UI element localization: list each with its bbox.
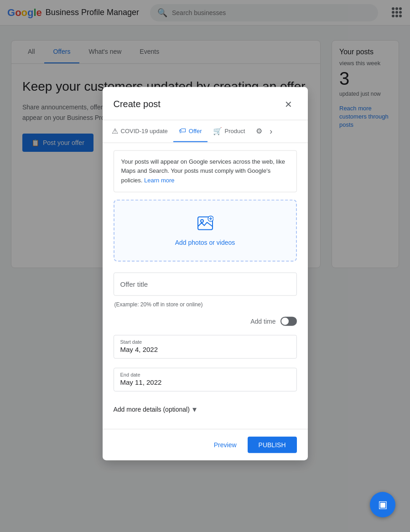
tab-offer[interactable]: 🏷 Offer [173, 120, 208, 142]
learn-more-link[interactable]: Learn more [144, 177, 174, 184]
dialog-header: Create post ✕ [103, 87, 308, 120]
preview-button[interactable]: Preview [207, 438, 244, 452]
add-more-details-row[interactable]: Add more details (optional) ▾ [114, 401, 297, 422]
add-time-row: Add time [114, 317, 297, 326]
add-time-toggle[interactable] [280, 317, 297, 326]
dialog-tabs: ⚠ COVID-19 update 🏷 Offer 🛒 Product ⚙ › [103, 120, 308, 143]
more-tabs-icon[interactable]: › [270, 126, 272, 136]
gear-icon: ⚙ [256, 126, 262, 135]
dialog-footer: Preview PUBLISH [103, 429, 308, 460]
close-icon: ✕ [285, 98, 292, 109]
fab-icon: ▣ [378, 499, 388, 511]
start-date-field[interactable]: Start date [114, 335, 297, 359]
tab-covid19-update[interactable]: ⚠ COVID-19 update [106, 120, 173, 142]
offer-title-hint: (Example: 20% off in store or online) [114, 301, 297, 308]
start-date-label: Start date [120, 339, 290, 345]
publish-button[interactable]: PUBLISH [248, 437, 297, 453]
upload-icon [129, 215, 281, 235]
start-date-input[interactable] [120, 346, 290, 353]
add-time-label: Add time [250, 318, 275, 325]
close-button[interactable]: ✕ [280, 96, 297, 112]
fab-button[interactable]: ▣ [370, 492, 395, 517]
dialog-title: Create post [114, 99, 161, 109]
chevron-down-icon: ▾ [192, 404, 197, 414]
offer-title-input[interactable] [114, 273, 297, 296]
tab-product[interactable]: 🛒 Product [208, 120, 251, 142]
end-date-input[interactable] [120, 378, 290, 386]
tab-settings[interactable]: ⚙ [250, 120, 268, 142]
info-box: Your posts will appear on Google service… [114, 150, 297, 192]
upload-label: Add photos or videos [129, 239, 281, 246]
product-icon: 🛒 [213, 126, 222, 135]
create-post-dialog: Create post ✕ ⚠ COVID-19 update 🏷 Offer … [103, 87, 308, 460]
add-more-label: Add more details (optional) [114, 406, 190, 413]
end-date-label: End date [120, 372, 290, 377]
end-date-field[interactable]: End date [114, 368, 297, 392]
warning-icon: ⚠ [112, 126, 118, 135]
offer-icon: 🏷 [179, 127, 186, 135]
offer-title-group: (Example: 20% off in store or online) [114, 273, 297, 308]
dialog-body: Your posts will appear on Google service… [103, 143, 308, 429]
svg-point-1 [201, 220, 203, 222]
upload-area[interactable]: Add photos or videos [114, 200, 297, 262]
